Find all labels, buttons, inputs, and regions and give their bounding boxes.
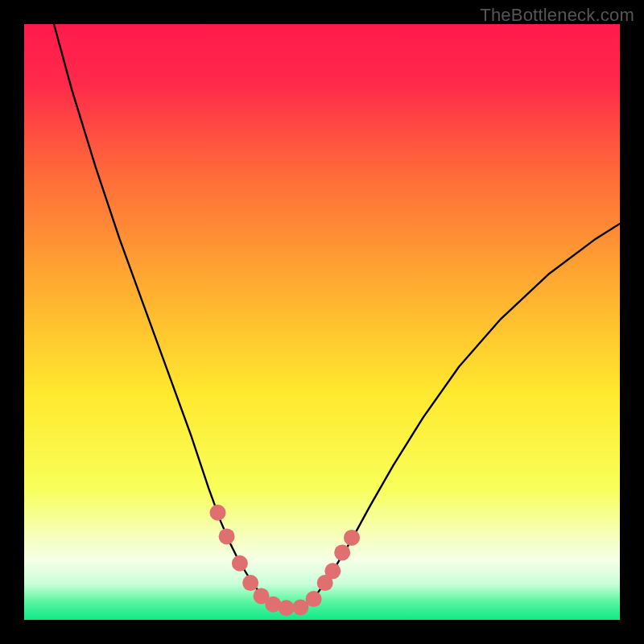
watermark-text: TheBottleneck.com [480, 5, 634, 26]
highlight-dot [324, 563, 341, 579]
highlight-dot [232, 555, 248, 572]
bottleneck-chart [24, 24, 620, 620]
highlight-dot [306, 591, 322, 607]
highlight-dot [219, 528, 235, 544]
chart-frame: TheBottleneck.com [0, 0, 644, 644]
highlight-dot [334, 544, 350, 560]
highlight-dot [344, 530, 360, 546]
plot-area [24, 24, 620, 620]
highlight-dot [210, 505, 226, 521]
highlight-dot [279, 600, 295, 616]
gradient-background [24, 24, 620, 620]
highlight-dot [242, 575, 258, 591]
